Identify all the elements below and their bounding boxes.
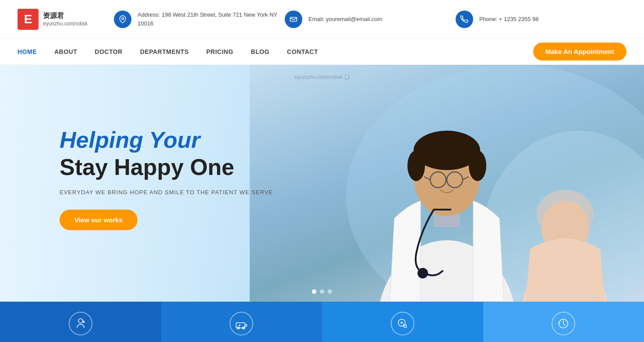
svg-point-7 — [407, 150, 425, 181]
emergency-icon-circle — [230, 312, 253, 335]
map-pin-icon — [114, 11, 131, 28]
nav-links: HOME ABOUT DOCTOR DEPARTMENTS PRICING BL… — [18, 48, 318, 56]
feature-item-emergency[interactable] — [161, 302, 322, 342]
feature-bar — [0, 302, 644, 342]
svg-point-30 — [404, 325, 407, 328]
navbar: HOME ABOUT DOCTOR DEPARTMENTS PRICING BL… — [0, 39, 644, 65]
hero-content: Helping Your Stay Happy One EVERYDAY WE … — [60, 126, 273, 230]
hero-subtitle: EVERYDAY WE BRING HOPE AND SMILE TO THE … — [60, 189, 273, 196]
top-info: Address: 198 West 21th Street, Suite 721… — [114, 11, 626, 28]
logo-url: eyunzhu.com/vdisk — [43, 21, 88, 27]
doctor-consultation-icon — [74, 317, 88, 331]
hero-title-black: Stay Happy One — [60, 153, 273, 181]
consultation-icon-circle — [69, 312, 92, 335]
nav-item-blog[interactable]: BLOG — [251, 48, 269, 56]
logo-text: 资源君 eyunzhu.com/vdisk — [43, 11, 88, 27]
support-icon-circle — [552, 312, 575, 335]
emergency-help-icon — [234, 317, 248, 331]
email-text: Email: youremail@email.com — [308, 15, 382, 24]
phone-info: Phone: + 1235 2355 98 — [456, 11, 626, 28]
support-icon — [556, 317, 570, 331]
nav-item-departments[interactable]: DEPARTMENTS — [140, 48, 189, 56]
nav-item-pricing[interactable]: PRICING — [206, 48, 234, 56]
medical-treatment-icon — [396, 317, 410, 331]
hero-title-blue: Helping Your — [60, 126, 273, 153]
top-bar: E 资源君 eyunzhu.com/vdisk Address: 198 Wes… — [0, 0, 644, 39]
hero-section: Helping Your Stay Happy One EVERYDAY WE … — [0, 65, 644, 302]
svg-point-0 — [122, 18, 124, 20]
carousel-dots — [312, 289, 332, 294]
email-info: Email: youremail@email.com — [285, 11, 456, 28]
nav-item-home[interactable]: HOME — [18, 48, 37, 56]
carousel-dot-3[interactable] — [328, 289, 332, 294]
phone-text: Phone: + 1235 2355 98 — [479, 15, 539, 24]
hero-image — [250, 65, 644, 302]
treatment-icon-circle — [391, 312, 414, 335]
nav-item-about[interactable]: ABOUT — [54, 48, 77, 56]
doctor-illustration — [250, 65, 644, 302]
appointment-button[interactable]: Make An Appointment — [533, 43, 626, 61]
feature-item-consultation[interactable] — [0, 302, 161, 342]
svg-line-31 — [403, 324, 404, 325]
svg-point-8 — [469, 150, 486, 181]
nav-item-contact[interactable]: CONTACT — [287, 48, 318, 56]
logo-area: E 资源君 eyunzhu.com/vdisk — [18, 9, 88, 30]
logo-name: 资源君 — [43, 11, 88, 21]
email-icon — [285, 11, 302, 28]
phone-icon — [456, 11, 473, 28]
address-text: Address: 198 West 21th Street, Suite 721… — [138, 11, 285, 28]
feature-item-treatment[interactable] — [322, 302, 483, 342]
nav-item-doctor[interactable]: DOCTOR — [95, 48, 122, 56]
feature-item-support[interactable] — [483, 302, 644, 342]
address-info: Address: 198 West 21th Street, Suite 721… — [114, 11, 285, 28]
svg-point-19 — [78, 319, 83, 323]
view-works-button[interactable]: View our works — [60, 210, 138, 230]
carousel-dot-1[interactable] — [312, 289, 316, 294]
svg-point-14 — [418, 268, 428, 278]
carousel-dot-2[interactable] — [320, 289, 324, 294]
logo-icon: E — [18, 9, 39, 30]
